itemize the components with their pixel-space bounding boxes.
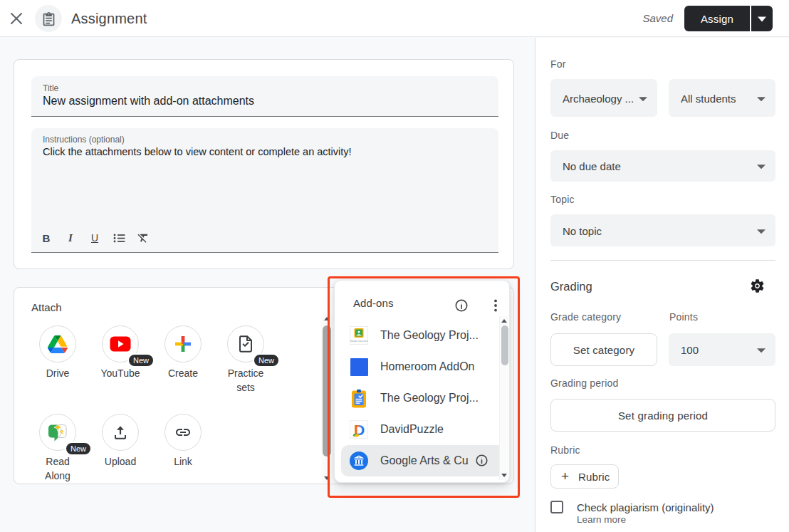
instructions-field[interactable]: Instructions (optional) Click the attach… — [31, 128, 498, 253]
addon-item-name: The Geology Proj... — [380, 392, 479, 405]
points-dropdown[interactable]: 100 — [669, 333, 775, 366]
students-dropdown[interactable]: All students — [669, 79, 775, 117]
topic-value: No topic — [563, 224, 602, 236]
drive-button[interactable] — [39, 325, 76, 363]
page-scrollbar[interactable] — [321, 314, 333, 483]
attach-item-drive: Drive — [26, 325, 89, 380]
students-dropdown-value: All students — [681, 92, 736, 104]
grading-settings-button[interactable] — [748, 278, 766, 295]
save-status: Saved — [642, 0, 673, 37]
attach-item-label: Read Along — [33, 454, 82, 483]
attach-item-label: Practice sets — [221, 366, 270, 395]
dropdown-arrow-icon — [757, 348, 766, 353]
addons-info-button[interactable] — [454, 298, 469, 313]
gear-icon — [749, 278, 766, 294]
assignment-editor: Assignment Saved Assign Title New assign… — [0, 0, 789, 532]
assign-dropdown-button[interactable] — [750, 6, 773, 31]
addon-item-geology-1[interactable]: Google Classroom The Geology Proj... — [341, 320, 504, 351]
addons-scrollbar[interactable] — [499, 316, 508, 480]
learn-more-link[interactable]: Learn more — [577, 514, 626, 525]
addons-popup: Add-ons Google Classroom The Geology Pro… — [334, 280, 510, 483]
scroll-up-arrow-icon[interactable] — [324, 317, 330, 320]
underline-icon: U — [91, 232, 98, 244]
document-check-icon — [237, 335, 254, 353]
addons-list: Google Classroom The Geology Proj... Hom… — [341, 320, 504, 476]
close-icon — [9, 11, 23, 26]
plus-icon: + — [561, 469, 569, 484]
close-button[interactable] — [9, 11, 23, 26]
addon-item-google-arts[interactable]: Google Arts & Cu — [341, 445, 504, 476]
new-badge: New — [127, 353, 155, 367]
link-button[interactable] — [164, 414, 202, 451]
italic-icon: I — [68, 232, 73, 244]
bulleted-list-icon — [113, 233, 125, 244]
new-badge: New — [65, 442, 92, 456]
rubric-button-label: Rubric — [578, 471, 610, 483]
addons-scrollbar-thumb[interactable] — [501, 325, 508, 365]
add-rubric-button[interactable]: + Rubric — [550, 464, 619, 489]
info-icon — [454, 298, 469, 313]
addons-more-button[interactable] — [489, 298, 502, 313]
clear-formatting-button[interactable] — [135, 229, 152, 246]
google-drive-icon — [48, 335, 68, 353]
page-scrollbar-thumb[interactable] — [323, 325, 331, 457]
due-label: Due — [550, 130, 569, 141]
plagiarism-checkbox[interactable] — [550, 501, 563, 513]
assign-button[interactable]: Assign — [684, 6, 750, 31]
dropdown-arrow-icon — [757, 97, 766, 101]
instructions-field-label: Instructions (optional) — [43, 135, 125, 145]
addon-item-homeroom[interactable]: Homeroom AddOn — [341, 351, 504, 382]
attach-item-link: Link — [152, 414, 214, 469]
addon-item-name: DavidPuzzle — [380, 423, 444, 436]
create-button[interactable] — [164, 325, 202, 363]
bold-button[interactable]: B — [38, 229, 55, 246]
title-field[interactable]: Title New assignment with add-on attachm… — [31, 76, 498, 117]
museum-icon — [350, 452, 368, 470]
link-icon — [174, 424, 192, 441]
sidebar-divider — [550, 260, 775, 261]
class-dropdown[interactable]: Archaeology ... — [550, 79, 657, 117]
underline-button[interactable]: U — [86, 229, 103, 246]
page-title: Assignment — [71, 0, 147, 37]
upload-button[interactable] — [102, 414, 139, 451]
addon-item-name: The Geology Proj... — [380, 329, 479, 342]
scroll-down-arrow-icon[interactable] — [501, 474, 507, 477]
due-date-dropdown[interactable]: No due date — [550, 150, 775, 182]
scroll-up-arrow-icon[interactable] — [501, 319, 507, 323]
for-label: For — [550, 58, 566, 70]
attach-item-label: Create — [159, 366, 207, 380]
title-field-value: New assignment with add-on attachments — [43, 95, 254, 108]
format-toolbar: B I U — [31, 229, 152, 246]
addon-info-button[interactable] — [474, 454, 488, 468]
attach-item-create: Create — [152, 325, 214, 380]
addon-item-davidpuzzle[interactable]: D DavidPuzzle — [341, 414, 504, 445]
addons-title: Add-ons — [353, 297, 394, 309]
attach-heading: Attach — [31, 301, 62, 313]
addon-item-name: Google Arts & Cu — [380, 454, 469, 467]
clear-formatting-icon — [137, 231, 150, 244]
grading-heading: Grading — [550, 280, 592, 293]
grade-category-label: Grade category — [550, 311, 621, 323]
instructions-field-value: Click the attachments below to view cont… — [43, 146, 352, 157]
set-grading-period-button[interactable]: Set grading period — [550, 399, 775, 432]
topic-dropdown[interactable]: No topic — [550, 214, 775, 246]
points-value: 100 — [681, 344, 699, 356]
attach-item-upload: Upload — [89, 414, 152, 469]
upload-icon — [112, 424, 129, 441]
addon-item-geology-2[interactable]: The Geology Proj... — [341, 382, 504, 414]
set-category-button[interactable]: Set category — [550, 333, 657, 366]
new-badge: New — [253, 353, 280, 367]
due-date-value: No due date — [563, 160, 621, 172]
attach-item-practice-sets: Practice sets New — [214, 325, 277, 395]
attach-item-label: Link — [159, 454, 207, 469]
bulleted-list-button[interactable] — [110, 229, 127, 246]
title-field-label: Title — [43, 83, 58, 93]
rubric-label: Rubric — [550, 444, 580, 456]
italic-button[interactable]: I — [62, 229, 79, 246]
settings-sidebar: For Archaeology ... All students Due No … — [535, 38, 789, 532]
scroll-down-arrow-icon[interactable] — [324, 476, 330, 480]
dropdown-arrow-icon — [757, 165, 766, 169]
classroom-thumbnail-icon: Google Classroom — [350, 326, 368, 345]
clipboard-check-icon — [350, 389, 368, 407]
bold-icon: B — [43, 232, 51, 244]
